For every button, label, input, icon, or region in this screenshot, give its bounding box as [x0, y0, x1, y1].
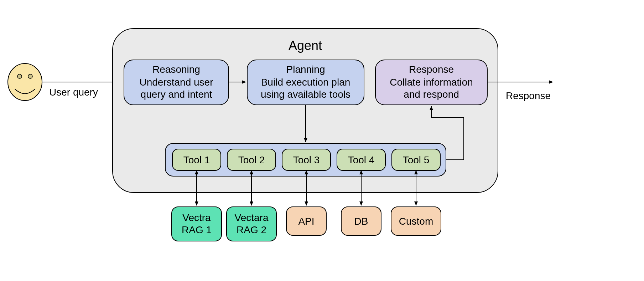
- planning-title: Planning: [286, 64, 325, 75]
- response-title: Response: [409, 64, 454, 75]
- tool-3-label: Tool 3: [293, 154, 320, 165]
- tool-1: Tool 1: [172, 149, 221, 170]
- impl-4-line1: DB: [354, 216, 368, 227]
- agent-architecture-diagram: User query Agent Reasoning Understand us…: [0, 0, 644, 281]
- reasoning-title: Reasoning: [152, 64, 200, 75]
- tool-4-label: Tool 4: [348, 154, 375, 165]
- agent-title: Agent: [289, 38, 322, 53]
- svg-point-2: [28, 74, 32, 78]
- impl-2-line1: Vectara: [235, 212, 269, 223]
- tool-3: Tool 3: [282, 149, 331, 170]
- user-query-label: User query: [49, 87, 98, 98]
- impl-vectra-rag-1: Vectra RAG 1: [172, 207, 222, 241]
- reasoning-desc2: query and intent: [141, 89, 212, 100]
- response-desc1: Collate information: [390, 77, 473, 88]
- tool-4: Tool 4: [337, 149, 385, 170]
- impl-api: API: [286, 207, 326, 235]
- impl-3-line1: API: [298, 216, 314, 227]
- svg-point-0: [8, 63, 42, 101]
- tool-2: Tool 2: [227, 149, 276, 170]
- impl-1-line1: Vectra: [182, 212, 211, 223]
- planning-desc1: Build execution plan: [261, 77, 350, 88]
- tool-1-label: Tool 1: [183, 154, 210, 165]
- stage-response: Response Collate information and respond: [375, 60, 487, 105]
- tool-5: Tool 5: [392, 149, 440, 170]
- tool-2-label: Tool 2: [238, 154, 265, 165]
- response-output-label: Response: [506, 90, 551, 101]
- response-desc2: and respond: [404, 89, 459, 100]
- user-icon: [8, 63, 42, 101]
- stage-reasoning: Reasoning Understand user query and inte…: [124, 60, 229, 105]
- impl-1-line2: RAG 1: [182, 224, 212, 235]
- planning-desc2: using available tools: [261, 89, 350, 100]
- impl-custom: Custom: [391, 207, 441, 235]
- impl-5-line1: Custom: [399, 216, 433, 227]
- stage-planning: Planning Build execution plan using avai…: [247, 60, 364, 105]
- impl-vectara-rag-2: Vectara RAG 2: [227, 207, 276, 241]
- svg-point-1: [17, 74, 22, 78]
- reasoning-desc1: Understand user: [139, 77, 213, 88]
- tool-5-label: Tool 5: [403, 154, 430, 165]
- impl-2-line2: RAG 2: [237, 224, 266, 235]
- impl-db: DB: [341, 207, 381, 235]
